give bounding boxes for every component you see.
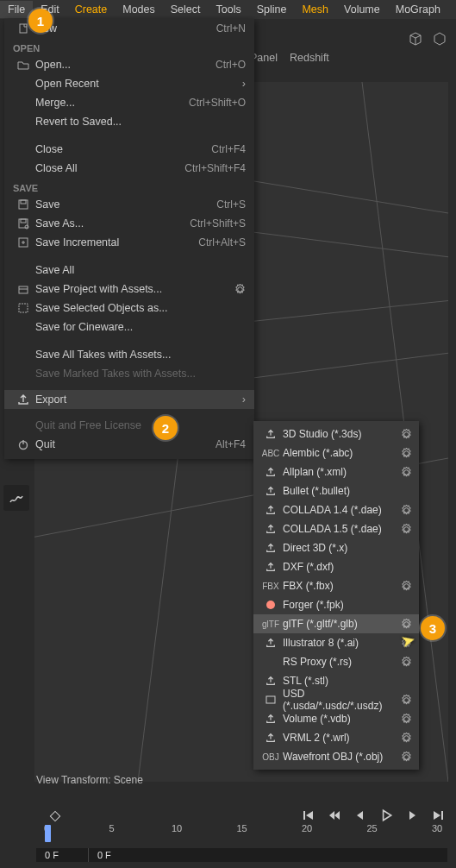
export-dxf[interactable]: DXF (*.dxf) <box>253 557 419 576</box>
menu-item-save-all[interactable]: Save All <box>4 261 254 280</box>
menu-item-export[interactable]: Export› <box>4 390 254 409</box>
cube-icon[interactable] <box>406 29 425 48</box>
export-usd[interactable]: USD (*.usda/*.usdc/*.usdz) <box>253 690 419 709</box>
menu-character[interactable]: Character <box>448 1 456 18</box>
gear-icon[interactable] <box>401 524 412 535</box>
time-ruler[interactable]: 051015202530 <box>36 823 447 842</box>
playhead[interactable] <box>45 825 51 842</box>
prev-key-button[interactable] <box>325 806 344 825</box>
export-bullet[interactable]: Bullet (*.bullet) <box>253 481 419 500</box>
svg-marker-26 <box>384 810 391 820</box>
gear-icon[interactable] <box>401 752 412 763</box>
menu-item-label: Save Selected Objects as... <box>32 302 246 314</box>
menu-mograph[interactable]: MoGraph <box>388 1 448 18</box>
redshift-tab[interactable]: Redshift <box>290 52 329 64</box>
gear-icon[interactable] <box>234 284 246 295</box>
menu-item-open-recent[interactable]: Open Recent› <box>4 74 254 93</box>
scribble-tool-icon[interactable] <box>3 485 29 511</box>
export-item-label: Allplan (*.xml) <box>279 466 401 478</box>
next-frame-button[interactable] <box>403 806 422 825</box>
format-badge: FBX <box>262 582 279 591</box>
menu-item-save-incremental[interactable]: Save IncrementalCtrl+Alt+S <box>4 233 254 252</box>
menu-volume[interactable]: Volume <box>336 1 388 18</box>
tick-label: 15 <box>236 823 247 833</box>
export-fbx[interactable]: FBXFBX (*.fbx) <box>253 576 419 595</box>
export-rs[interactable]: RS Proxy (*.rs) <box>253 652 419 671</box>
export-direct[interactable]: Direct 3D (*.x) <box>253 538 419 557</box>
prev-frame-button[interactable] <box>351 806 370 825</box>
menu-item-label: Open Recent <box>32 78 242 90</box>
menu-create[interactable]: Create <box>67 1 116 18</box>
menu-mesh[interactable]: Mesh <box>294 1 336 18</box>
goto-start-button[interactable] <box>299 806 318 825</box>
export-item-label: Bullet (*.bullet) <box>279 485 412 497</box>
gear-icon[interactable] <box>401 448 412 459</box>
menu-file[interactable]: File <box>0 1 33 18</box>
gear-icon[interactable] <box>401 714 412 725</box>
menu-item-label: Close All <box>32 162 184 174</box>
gear-icon[interactable] <box>401 619 412 630</box>
frame-current: 0 F <box>36 850 88 860</box>
format-badge: OBJ <box>262 752 279 762</box>
gear-icon[interactable] <box>401 657 412 668</box>
export-forger[interactable]: Forger (*.fpk) <box>253 595 419 614</box>
menu-item-label: Merge... <box>32 97 189 109</box>
menu-item-label: Quit <box>32 438 216 450</box>
gear-icon[interactable] <box>401 733 412 744</box>
menu-item-save[interactable]: SaveCtrl+S <box>4 195 254 214</box>
gear-icon[interactable] <box>401 429 412 440</box>
goto-end-button[interactable] <box>428 806 447 825</box>
play-button[interactable] <box>377 806 396 825</box>
svg-point-18 <box>266 601 275 609</box>
menu-item-label: Save All <box>32 264 246 276</box>
menu-modes[interactable]: Modes <box>115 1 163 18</box>
menu-item-save-project-with-assets[interactable]: Save Project with Assets... <box>4 280 254 299</box>
gear-icon[interactable] <box>401 581 412 592</box>
export-illustrator[interactable]: Illustrator 8 (*.ai) <box>253 633 419 652</box>
menu-select[interactable]: Select <box>163 1 209 18</box>
menu-item-save-for-cineware[interactable]: Save for Cineware... <box>4 318 254 337</box>
menu-item-close[interactable]: CloseCtrl+F4 <box>4 140 254 159</box>
gear-icon[interactable] <box>401 695 412 706</box>
export-wavefront[interactable]: OBJWavefront OBJ (*.obj) <box>253 747 419 766</box>
tick-label: 20 <box>302 823 312 833</box>
menu-item-close-all[interactable]: Close AllCtrl+Shift+F4 <box>4 159 254 178</box>
export-collada[interactable]: COLLADA 1.5 (*.dae) <box>253 519 419 538</box>
hexagon-icon[interactable] <box>430 29 449 48</box>
export-3d[interactable]: 3D Studio (*.3ds) <box>253 425 419 443</box>
export-gltf[interactable]: glTFglTF (*.gltf/*.glb) <box>253 614 419 633</box>
gear-icon[interactable] <box>401 505 412 516</box>
shortcut-label: Ctrl+F4 <box>211 143 246 155</box>
export-alembic[interactable]: ABCAlembic (*.abc) <box>253 443 419 462</box>
svg-marker-28 <box>434 811 440 820</box>
menu-spline[interactable]: Spline <box>249 1 295 18</box>
menu-item-open[interactable]: Open...Ctrl+O <box>4 55 254 74</box>
selection-icon <box>15 302 32 314</box>
svg-rect-20 <box>50 811 59 821</box>
export-allplan[interactable]: Allplan (*.xml) <box>253 462 419 481</box>
section-open: OPEN <box>4 38 254 55</box>
menu-item-save-as[interactable]: Save As...Ctrl+Shift+S <box>4 214 254 233</box>
menu-tools[interactable]: Tools <box>209 1 249 18</box>
svg-rect-12 <box>21 219 26 223</box>
menu-item-merge[interactable]: Merge...Ctrl+Shift+O <box>4 93 254 112</box>
save-inc-icon <box>15 236 32 248</box>
upload-icon <box>262 543 279 553</box>
gear-icon[interactable] <box>401 467 412 478</box>
menu-item-save-all-takes-with-assets[interactable]: Save All Takes with Assets... <box>4 345 254 364</box>
menu-item-revert-to-saved[interactable]: Revert to Saved... <box>4 112 254 131</box>
svg-marker-25 <box>357 811 363 820</box>
menu-item-label: Close <box>32 143 211 155</box>
export-collada[interactable]: COLLADA 1.4 (*.dae) <box>253 500 419 519</box>
menu-item-save-selected-objects-as[interactable]: Save Selected Objects as... <box>4 299 254 318</box>
export-item-label: DXF (*.dxf) <box>279 561 412 573</box>
section-save: SAVE <box>4 178 254 195</box>
shortcut-label: Ctrl+N <box>216 22 246 35</box>
export-volume[interactable]: Volume (*.vdb) <box>253 709 419 728</box>
menu-item-quit[interactable]: QuitAlt+F4 <box>4 435 254 454</box>
menu-item-label: Export <box>32 393 242 406</box>
svg-rect-29 <box>441 811 443 820</box>
export-vrml[interactable]: VRML 2 (*.wrl) <box>253 728 419 747</box>
keyframe-diamond-icon[interactable] <box>47 808 64 825</box>
export-item-label: COLLADA 1.5 (*.dae) <box>279 523 401 535</box>
